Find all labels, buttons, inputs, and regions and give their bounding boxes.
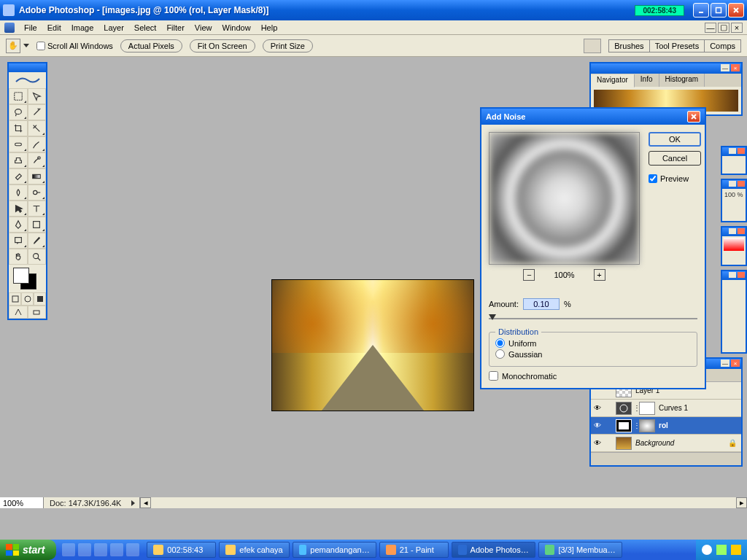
dialog-close-button[interactable] [687, 111, 700, 122]
clone-stamp-tool[interactable] [9, 152, 28, 168]
layer-visibility-icon[interactable]: 👁 [591, 404, 604, 412]
zoom-level-field[interactable]: 100% [0, 497, 44, 508]
palette-comps-button[interactable]: Comps [704, 39, 741, 52]
taskbar-item[interactable]: efek cahaya [219, 542, 289, 558]
window-close-button[interactable] [728, 3, 744, 18]
color-swatches[interactable] [9, 265, 46, 292]
add-noise-dialog[interactable]: Add Noise − 100% + OK Cancel Preview Amo… [480, 107, 706, 389]
zoom-out-button[interactable]: − [523, 269, 535, 281]
amount-input[interactable] [523, 298, 560, 310]
dialog-titlebar[interactable]: Add Noise [481, 109, 705, 125]
gaussian-radio-input[interactable] [495, 349, 505, 359]
tray-icon[interactable] [716, 545, 727, 555]
healing-brush-tool[interactable] [9, 136, 28, 152]
status-menu-arrow-icon[interactable] [131, 500, 135, 506]
layer-name[interactable]: Curves 1 [657, 404, 688, 412]
panel-minimize-button[interactable] [729, 272, 736, 278]
screen-mode-cycle-button[interactable] [28, 306, 47, 319]
layer-visibility-icon[interactable]: 👁 [591, 421, 604, 429]
dodge-tool[interactable] [28, 184, 47, 201]
menu-help[interactable]: Help [256, 23, 283, 32]
hand-tool-icon[interactable]: ✋ [6, 39, 20, 53]
palette-brushes-button[interactable]: Brushes [608, 39, 649, 52]
window-maximize-button[interactable] [711, 3, 727, 18]
path-selection-tool[interactable] [9, 201, 28, 217]
zoom-in-button[interactable]: + [594, 269, 605, 281]
styles-panel-stub[interactable] [721, 226, 747, 266]
color-panel-stub[interactable] [721, 146, 747, 175]
layer-mask-link-icon[interactable]: ⋮ [633, 404, 638, 412]
layer-thumbnail[interactable] [616, 437, 632, 450]
move-tool[interactable] [28, 88, 47, 104]
panel-minimize-button[interactable] [729, 148, 736, 154]
type-tool[interactable] [28, 201, 47, 217]
taskbar-item[interactable]: pemandangan… [293, 542, 376, 558]
menu-select[interactable]: Select [129, 23, 162, 32]
quickmask-mode-button[interactable] [21, 292, 34, 306]
system-tray[interactable] [696, 540, 747, 560]
fit-on-screen-button[interactable]: Fit On Screen [190, 39, 255, 52]
layer-visibility-icon[interactable]: 👁 [591, 439, 604, 447]
marquee-tool[interactable] [9, 88, 28, 104]
mdi-restore-button[interactable]: ▢ [718, 23, 729, 33]
start-button[interactable]: start [0, 540, 56, 560]
scroll-all-windows-checkbox[interactable]: Scroll All Windows [36, 42, 113, 50]
taskbar-item[interactable]: 21 - Paint [379, 542, 449, 558]
panel-minimize-button[interactable]: — [721, 64, 729, 71]
blur-tool[interactable] [9, 184, 28, 201]
navigator-panel-titlebar[interactable]: — × [591, 63, 741, 74]
dialog-preview-area[interactable] [489, 132, 640, 265]
layer-row[interactable]: 👁 ⋮ Curves 1 [591, 400, 741, 417]
scroll-right-button[interactable]: ▸ [736, 497, 747, 508]
document-canvas[interactable] [271, 279, 474, 411]
toolbox-panel[interactable] [7, 62, 47, 320]
slice-tool[interactable] [28, 120, 47, 136]
lasso-tool[interactable] [9, 104, 28, 120]
panel-close-button[interactable] [738, 181, 745, 187]
menu-image[interactable]: Image [66, 23, 99, 32]
panel-minimize-button[interactable] [729, 228, 736, 234]
tray-icon[interactable] [731, 545, 741, 555]
layer-mask-thumbnail[interactable] [639, 402, 655, 415]
adjustment-layer-thumbnail[interactable] [616, 402, 632, 415]
magic-wand-tool[interactable] [28, 104, 47, 120]
taskbar-item[interactable]: 002:58:43 [147, 542, 216, 558]
quicklaunch-item[interactable] [78, 543, 91, 556]
palette-tool-presets-button[interactable]: Tool Presets [649, 39, 705, 52]
crop-tool[interactable] [9, 120, 28, 136]
layer-row[interactable]: 👁 Background 🔒 [591, 435, 741, 452]
toolbox-titlebar[interactable] [9, 63, 46, 72]
tray-icon[interactable] [702, 545, 712, 555]
gradient-tool[interactable] [28, 168, 47, 184]
history-panel-stub[interactable] [721, 270, 747, 354]
eyedropper-tool[interactable] [28, 233, 47, 249]
hand-tool[interactable] [9, 249, 28, 265]
print-size-button[interactable]: Print Size [263, 39, 313, 52]
scroll-left-button[interactable]: ◂ [140, 497, 151, 508]
menu-window[interactable]: Window [217, 23, 256, 32]
eraser-tool[interactable] [9, 168, 28, 184]
panel-close-button[interactable]: × [731, 359, 740, 367]
jump-to-imageready-button[interactable] [9, 306, 28, 319]
monochromatic-checkbox-input[interactable] [489, 371, 498, 381]
foreground-color-swatch[interactable] [13, 268, 29, 284]
window-minimize-button[interactable] [693, 3, 709, 18]
quicklaunch-item[interactable] [62, 543, 75, 556]
taskbar-item[interactable]: Adobe Photos… [452, 542, 535, 558]
actual-pixels-button[interactable]: Actual Pixels [120, 39, 182, 52]
mdi-close-button[interactable]: × [731, 23, 743, 33]
mdi-minimize-button[interactable]: — [705, 23, 716, 33]
cancel-button[interactable]: Cancel [649, 151, 701, 166]
file-browser-icon[interactable] [584, 39, 601, 53]
tab-info[interactable]: Info [635, 74, 659, 87]
monochromatic-checkbox[interactable]: Monochromatic [489, 371, 697, 381]
brush-tool[interactable] [28, 136, 47, 152]
zoom-tool[interactable] [28, 249, 47, 265]
tab-histogram[interactable]: Histogram [659, 74, 705, 87]
panel-minimize-button[interactable] [729, 181, 736, 187]
horizontal-scrollbar[interactable]: ◂ ▸ [139, 497, 747, 508]
panel-minimize-button[interactable]: — [721, 359, 729, 367]
menu-filter[interactable]: Filter [161, 23, 189, 32]
layer-mask-thumbnail[interactable] [639, 419, 655, 432]
menu-file[interactable]: File [19, 23, 42, 32]
